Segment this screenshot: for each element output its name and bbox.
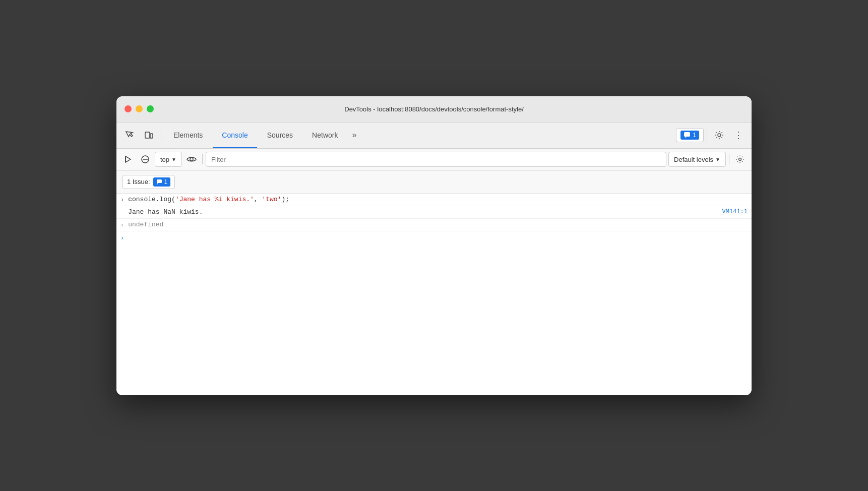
more-tabs-button[interactable]: »	[348, 126, 360, 144]
dropdown-arrow-icon: ▼	[171, 157, 176, 162]
window-title: DevTools - localhost:8080/docs/devtools/…	[344, 105, 524, 113]
issues-badge-button[interactable]: 1	[676, 128, 704, 142]
console-output-line: › Jane has NaN kiwis. VM141:1	[116, 206, 752, 219]
tab-elements[interactable]: Elements	[164, 122, 212, 148]
devtools-window: DevTools - localhost:8080/docs/devtools/…	[116, 96, 752, 395]
console-undefined-line: ‹ undefined	[116, 219, 752, 231]
inspect-element-button[interactable]	[120, 126, 139, 144]
issues-label-text: 1 Issue:	[127, 178, 150, 186]
more-options-button[interactable]: ⋮	[729, 126, 748, 144]
traffic-lights	[125, 105, 154, 112]
console-log-code: console.log('Jane has %i kiwis.', 'two')…	[128, 196, 748, 203]
clear-console-button[interactable]	[138, 152, 153, 167]
filter-input[interactable]	[206, 152, 666, 167]
svg-rect-1	[150, 134, 153, 138]
minimize-button[interactable]	[136, 105, 143, 112]
ellipsis-icon: ⋮	[734, 130, 743, 141]
play-icon	[124, 155, 132, 163]
tab-sources[interactable]: Sources	[258, 122, 302, 148]
device-icon	[144, 131, 153, 140]
log-levels-dropdown[interactable]: Default levels ▼	[668, 152, 726, 167]
svg-rect-10	[157, 179, 162, 183]
return-arrow-icon: ‹	[120, 222, 124, 229]
settings-gear-icon	[714, 130, 724, 140]
close-button[interactable]	[125, 105, 132, 112]
expand-arrow-icon[interactable]: ›	[120, 197, 124, 204]
input-prompt-icon: ›	[120, 235, 124, 242]
context-selector[interactable]: top ▼	[155, 152, 182, 167]
console-toolbar-divider	[202, 154, 203, 164]
svg-point-9	[739, 158, 741, 161]
console-output: › console.log('Jane has %i kiwis.', 'two…	[116, 194, 752, 395]
console-input-line[interactable]: ›	[116, 231, 752, 245]
console-log-line: › console.log('Jane has %i kiwis.', 'two…	[116, 194, 752, 206]
console-gear-icon	[735, 155, 745, 164]
run-script-button[interactable]	[120, 152, 136, 167]
maximize-button[interactable]	[147, 105, 154, 112]
tab-console[interactable]: Console	[213, 122, 257, 148]
live-expressions-button[interactable]	[184, 152, 199, 167]
console-source-link[interactable]: VM141:1	[712, 208, 748, 215]
console-settings-button[interactable]	[732, 152, 748, 167]
toolbar-divider-1	[161, 129, 161, 141]
issues-bar: 1 Issue: 1	[116, 171, 752, 194]
svg-point-8	[190, 158, 193, 161]
issues-count-button[interactable]: 1 Issue: 1	[122, 175, 175, 189]
issues-badge-count: 1	[153, 177, 171, 187]
svg-rect-0	[145, 132, 150, 138]
issues-chat-icon	[684, 132, 691, 139]
toolbar-divider-2	[707, 129, 707, 141]
titlebar: DevTools - localhost:8080/docs/devtools/…	[116, 96, 752, 122]
settings-button[interactable]	[710, 126, 728, 144]
issues-chat-small-icon	[156, 179, 162, 185]
levels-dropdown-arrow-icon: ▼	[715, 157, 720, 162]
undefined-value: undefined	[128, 221, 163, 228]
inspect-icon	[125, 131, 134, 140]
console-toolbar: top ▼ Default levels ▼	[116, 149, 752, 171]
tab-network[interactable]: Network	[303, 122, 347, 148]
eye-icon	[187, 156, 197, 163]
clear-icon	[141, 155, 150, 164]
svg-point-3	[718, 134, 721, 137]
svg-marker-4	[126, 156, 131, 162]
console-output-text: Jane has NaN kiwis.	[128, 208, 712, 216]
issues-badge-inner: 1	[680, 131, 699, 140]
console-toolbar-divider-2	[729, 154, 729, 164]
device-toolbar-button[interactable]	[140, 126, 158, 144]
svg-rect-2	[684, 132, 690, 137]
main-toolbar: Elements Console Sources Network » 1	[116, 122, 752, 149]
